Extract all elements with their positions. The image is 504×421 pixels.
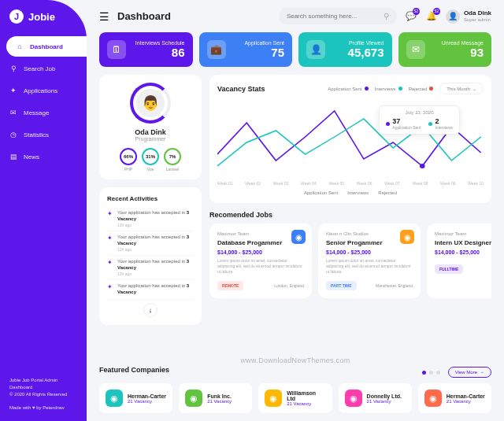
stat-card[interactable]: ✉Unread Message93 xyxy=(398,32,492,67)
nav-icon: ⌂ xyxy=(16,42,24,50)
nav-label: Statistics xyxy=(24,131,49,138)
logo-icon: J xyxy=(9,9,24,24)
legend-item[interactable]: Rejected xyxy=(378,190,397,195)
x-tick: Week 01 xyxy=(217,181,233,186)
stat-value: 93 xyxy=(470,46,484,59)
stat-card[interactable]: 💼Application Sent75 xyxy=(199,32,293,67)
stat-value: 86 xyxy=(172,46,185,59)
x-tick: Week 09 xyxy=(440,181,456,186)
main: ☰ Dashboard ⚲ 💬52 🔔52 👤 Oda Dink Super a… xyxy=(87,0,504,421)
profile-ring: 👨 xyxy=(130,83,171,124)
profile-avatar: 👨 xyxy=(136,89,165,117)
job-tag: FULLTIME xyxy=(435,264,463,274)
job-salary: $14,000 - $25,000 xyxy=(435,249,491,255)
puzzle-icon: ✦ xyxy=(107,210,113,227)
footer-line: Made with ♥ by Peterdraw xyxy=(9,404,77,412)
x-tick: Week 04 xyxy=(301,181,317,186)
legend-item[interactable]: Interviews xyxy=(375,87,402,91)
chat-badge: 52 xyxy=(413,8,420,15)
skill-ring: 31%Vue xyxy=(142,148,159,172)
stat-value: 45,673 xyxy=(348,46,384,59)
sidebar-footer: Jobie Job Portal Admin Dashboard © 2020 … xyxy=(0,377,87,412)
job-card[interactable]: ◉Maximoz TeamDatabase Progammer$14,000 -… xyxy=(209,223,312,298)
activities-title: Recent Activities xyxy=(107,195,194,202)
stat-value: 75 xyxy=(271,46,284,59)
company-logo-icon: ◉ xyxy=(185,390,202,407)
chart-tooltip: July 23, 2020 37Application Sent 2Interv… xyxy=(379,105,460,135)
company-vacancy: 21 Vacancy xyxy=(287,401,325,406)
company-vacancy: 21 Vacancy xyxy=(447,399,485,404)
company-card[interactable]: ◉Williamson Ltd21 Vacancy xyxy=(258,383,332,413)
pager[interactable] xyxy=(422,371,440,375)
sidebar-item-dashboard[interactable]: ⌂Dashboard xyxy=(6,36,87,57)
company-card[interactable]: ◉Herman-Carter21 Vacancy xyxy=(418,383,491,413)
company-card[interactable]: ◉Donnelly Ltd.21 Vacancy xyxy=(339,383,412,413)
sidebar: J Jobie ⌂Dashboard⚲Search Job✦Applicatio… xyxy=(0,0,87,421)
search-icon[interactable]: ⚲ xyxy=(384,12,389,20)
search-box[interactable]: ⚲ xyxy=(279,8,397,24)
jobs-section: Recomended Jobs ◉Maximoz TeamDatabase Pr… xyxy=(209,211,491,298)
nav-label: Search Job xyxy=(24,65,55,72)
search-input[interactable] xyxy=(287,13,384,20)
chart-area[interactable]: July 23, 2020 37Application Sent 2Interv… xyxy=(217,99,484,178)
company-name: Williamson Ltd xyxy=(287,390,325,401)
job-card[interactable]: ◉Maximoz TeamIntern UX Designer$14,000 -… xyxy=(427,223,491,298)
company-card[interactable]: ◉Funk Inc.21 Vacancy xyxy=(179,383,252,413)
job-salary: $14,000 - $25,000 xyxy=(326,249,413,255)
view-more-button[interactable]: View More→ xyxy=(448,367,491,378)
legend-item[interactable]: Application Sent xyxy=(328,87,368,91)
sidebar-item-news[interactable]: ▤News xyxy=(0,146,87,167)
job-salary: $14,000 - $25,000 xyxy=(217,249,304,255)
x-tick: Week 02 xyxy=(245,181,261,186)
period-dropdown[interactable]: This Month⌄ xyxy=(439,83,484,94)
sidebar-item-applications[interactable]: ✦Applications xyxy=(0,80,87,101)
profile-card: 👨 Oda Dink Programmer 66%PHP31%Vue7%Lara… xyxy=(99,75,202,179)
stat-label: Unread Message xyxy=(442,40,484,46)
user-menu[interactable]: 👤 Oda Dink Super admin xyxy=(446,9,491,24)
stat-label: Profile Viewed xyxy=(349,40,384,46)
menu-icon[interactable]: ☰ xyxy=(99,10,109,23)
sidebar-item-message[interactable]: ✉Message xyxy=(0,102,87,123)
bell-badge: 52 xyxy=(433,8,440,15)
job-card[interactable]: ◉Kleon n Clin StudiosSenior Progammer$14… xyxy=(318,223,421,298)
legend-item[interactable]: Rejected xyxy=(409,87,434,91)
profile-name: Oda Dink xyxy=(135,128,166,136)
company-name: Funk Inc. xyxy=(207,393,232,399)
activities-card: Recent Activities ✦Your application has … xyxy=(99,187,202,325)
stat-card[interactable]: 🗓Interviews Schedule86 xyxy=(99,32,193,67)
legend-item[interactable]: Interviews xyxy=(347,190,369,195)
sidebar-item-statistics[interactable]: ◷Statistics xyxy=(0,124,87,145)
nav-label: News xyxy=(24,153,39,161)
svg-point-0 xyxy=(420,164,425,168)
company-logo-icon: ◉ xyxy=(265,390,282,407)
company-name: Herman-Carter xyxy=(128,393,166,399)
load-more-button[interactable]: ↓ xyxy=(143,303,158,317)
brand-name: Jobie xyxy=(28,11,55,23)
stat-card[interactable]: 👤Profile Viewed45,673 xyxy=(298,32,392,67)
activity-item[interactable]: ✦Your application has accepted in 3 Vaca… xyxy=(107,280,194,300)
companies-title: Featured Companies xyxy=(99,366,169,374)
nav-label: Message xyxy=(24,109,49,116)
nav-icon: ◷ xyxy=(9,131,17,138)
legend-item[interactable]: Application Sent xyxy=(304,190,338,195)
bell-icon[interactable]: 🔔52 xyxy=(425,10,438,23)
job-desc: Lorem ipsum dolor sit amet, consectetur … xyxy=(217,258,304,275)
chat-icon[interactable]: 💬52 xyxy=(405,10,417,23)
logo[interactable]: J Jobie xyxy=(0,9,87,36)
company-name: Donnelly Ltd. xyxy=(367,393,402,399)
company-card[interactable]: ◉Herman-Carter21 Vacancy xyxy=(99,383,172,413)
activity-item[interactable]: ✦Your application has accepted in 3 Vaca… xyxy=(107,231,194,256)
stat-icon: 💼 xyxy=(207,40,226,59)
puzzle-icon: ✦ xyxy=(107,283,113,296)
stat-icon: 👤 xyxy=(306,40,325,59)
company-vacancy: 21 Vacancy xyxy=(367,399,402,404)
job-tag: REMOTE xyxy=(217,281,243,290)
activity-item[interactable]: ✦Your application has accepted in 3 Vaca… xyxy=(107,207,194,231)
company-icon: ◉ xyxy=(400,230,414,244)
sidebar-item-search-job[interactable]: ⚲Search Job xyxy=(0,58,87,79)
x-tick: Week 08 xyxy=(413,181,428,186)
nav-icon: ✦ xyxy=(9,87,17,94)
chevron-down-icon: ⌄ xyxy=(472,86,476,91)
activity-item[interactable]: ✦Your application has accepted in 3 Vaca… xyxy=(107,256,194,280)
puzzle-icon: ✦ xyxy=(107,259,113,276)
